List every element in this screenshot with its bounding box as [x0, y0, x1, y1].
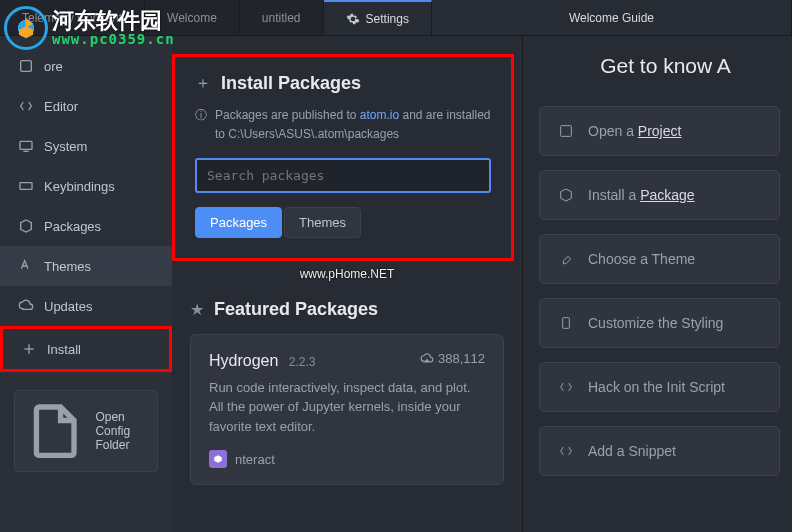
install-info-text: ⓘ Packages are published to atom.io and …: [195, 106, 491, 144]
sidebar-label-install: Install: [47, 342, 81, 357]
sidebar-item-core[interactable]: ore: [0, 46, 172, 86]
svg-rect-7: [561, 126, 572, 137]
watermark-text-url: www.pc0359.cn: [52, 32, 175, 47]
star-icon: ★: [190, 300, 204, 319]
guide-customize-styling[interactable]: Customize the Styling: [539, 298, 780, 348]
watermark-logo-icon: [4, 6, 48, 50]
package-version: 2.2.3: [289, 355, 316, 369]
package-downloads: 388,112: [420, 351, 485, 366]
editor-icon: [18, 98, 34, 114]
tab-settings[interactable]: Settings: [324, 0, 432, 35]
tab-welcome-guide[interactable]: Welcome Guide: [432, 0, 792, 35]
install-packages-title: Install Packages: [221, 73, 361, 94]
sidebar-item-updates[interactable]: Updates: [0, 286, 172, 326]
question-icon: ⓘ: [195, 106, 207, 144]
guide-choose-theme[interactable]: Choose a Theme: [539, 234, 780, 284]
package-description: Run code interactively, inspect data, an…: [209, 378, 485, 437]
package-icon: [558, 187, 574, 203]
download-icon: [420, 352, 434, 366]
author-avatar: [209, 450, 227, 468]
paint-icon: [558, 251, 574, 267]
sidebar-label-editor: Editor: [44, 99, 78, 114]
system-icon: [18, 138, 34, 154]
guide-title: Get to know A: [539, 54, 792, 78]
code-icon: [558, 379, 574, 395]
file-icon: [23, 399, 87, 463]
sidebar-label-themes: Themes: [44, 259, 91, 274]
welcome-guide-panel: Get to know A Open a Project Install a P…: [522, 36, 792, 532]
featured-packages-title: Featured Packages: [214, 299, 378, 320]
watermark-text-cn: 河东软件园: [52, 9, 175, 32]
package-card-hydrogen[interactable]: Hydrogen 2.2.3 388,112 Run code interact…: [190, 334, 504, 485]
install-packages-section: ＋ Install Packages ⓘ Packages are publis…: [172, 54, 514, 261]
install-panel: ＋ Install Packages ⓘ Packages are publis…: [172, 36, 522, 532]
filter-themes-button[interactable]: Themes: [284, 207, 361, 238]
plus-icon: ＋: [195, 73, 211, 94]
watermark-logo: 河东软件园 www.pc0359.cn: [4, 6, 175, 50]
sidebar-label-system: System: [44, 139, 87, 154]
open-config-label: Open Config Folder: [95, 410, 149, 452]
sidebar-item-packages[interactable]: Packages: [0, 206, 172, 246]
core-icon: [18, 58, 34, 74]
open-config-folder-button[interactable]: Open Config Folder: [14, 390, 158, 472]
svg-rect-8: [563, 318, 570, 329]
atom-io-link[interactable]: atom.io: [360, 108, 399, 122]
svg-rect-3: [20, 183, 32, 190]
project-icon: [558, 123, 574, 139]
styling-icon: [558, 315, 574, 331]
sidebar-label-packages: Packages: [44, 219, 101, 234]
settings-sidebar: ore Editor System Keybindings Packages T…: [0, 36, 172, 532]
search-packages-input[interactable]: [195, 158, 491, 193]
package-name: Hydrogen: [209, 352, 278, 369]
guide-open-project[interactable]: Open a Project: [539, 106, 780, 156]
plus-icon: [21, 341, 37, 357]
package-icon: [18, 218, 34, 234]
sidebar-item-install[interactable]: Install: [0, 326, 172, 372]
guide-add-snippet[interactable]: Add a Snippet: [539, 426, 780, 476]
svg-rect-0: [21, 61, 32, 72]
filter-packages-button[interactable]: Packages: [195, 207, 282, 238]
sidebar-item-system[interactable]: System: [0, 126, 172, 166]
gear-icon: [346, 12, 360, 26]
watermark-center: www.pHome.NET: [172, 267, 522, 281]
keyboard-icon: [18, 178, 34, 194]
tab-settings-label: Settings: [366, 12, 409, 26]
sidebar-item-editor[interactable]: Editor: [0, 86, 172, 126]
sidebar-label-updates: Updates: [44, 299, 92, 314]
sidebar-label-keybindings: Keybindings: [44, 179, 115, 194]
updates-icon: [18, 298, 34, 314]
package-author: nteract: [235, 452, 275, 467]
guide-init-script[interactable]: Hack on the Init Script: [539, 362, 780, 412]
sidebar-item-keybindings[interactable]: Keybindings: [0, 166, 172, 206]
svg-marker-6: [214, 456, 222, 464]
svg-rect-1: [20, 141, 32, 149]
tab-untitled[interactable]: untitled: [240, 0, 324, 35]
guide-install-package[interactable]: Install a Package: [539, 170, 780, 220]
snippet-icon: [558, 443, 574, 459]
sidebar-item-themes[interactable]: Themes: [0, 246, 172, 286]
themes-icon: [18, 258, 34, 274]
sidebar-label-core: ore: [44, 59, 63, 74]
